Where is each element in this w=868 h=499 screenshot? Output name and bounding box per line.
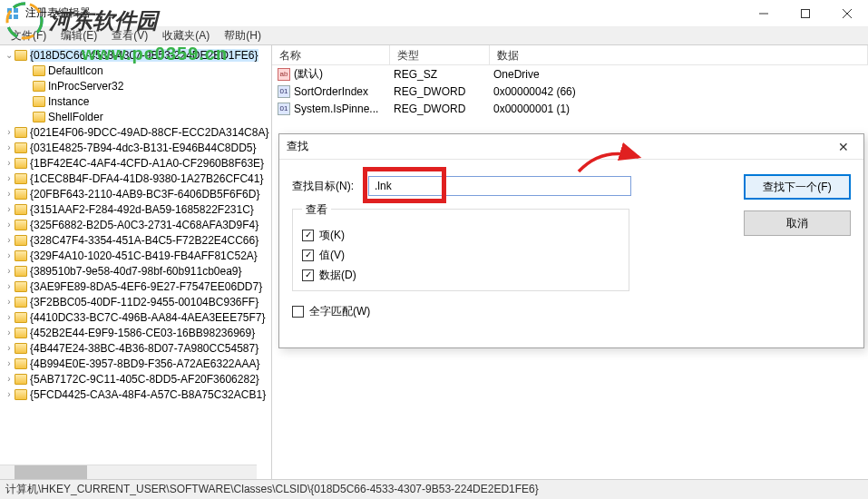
chevron-right-icon: ›: [4, 250, 15, 260]
column-type[interactable]: 类型: [390, 45, 490, 64]
find-close-button[interactable]: ✕: [831, 140, 856, 154]
value-type: REG_DWORD: [394, 103, 493, 115]
chevron-right-icon: ›: [4, 389, 15, 399]
tree-item[interactable]: ›{5FCD4425-CA3A-48F4-A57C-B8A75C32ACB1}: [0, 386, 271, 402]
menu-file[interactable]: 文件(F): [4, 28, 54, 44]
tree-item-label: {021E4F06-9DCC-49AD-88CF-ECC2DA314C8A}: [30, 126, 268, 139]
window-title: 注册表编辑器: [25, 5, 743, 21]
tree-item[interactable]: ›{329F4A10-1020-451C-B419-FB4AFF81C52A}: [0, 248, 271, 263]
chevron-right-icon: ›: [4, 220, 15, 230]
tree-item[interactable]: InProcServer32: [0, 78, 271, 93]
folder-icon: [15, 328, 27, 338]
maximize-button[interactable]: [785, 0, 826, 26]
tree-item[interactable]: ›{389510b7-9e58-40d7-98bf-60b911cb0ea9}: [0, 263, 271, 279]
tree-item[interactable]: ›{452B2E44-E9F9-1586-CE03-16BB98236969}: [0, 325, 271, 340]
table-row[interactable]: 01SortOrderIndexREG_DWORD0x00000042 (66): [272, 83, 868, 100]
folder-icon: [33, 65, 45, 76]
check-value[interactable]: [302, 250, 314, 261]
tree-item[interactable]: ›{4410DC33-BC7C-496B-AA84-4AEA3EEE75F7}: [0, 309, 271, 325]
menu-help[interactable]: 帮助(H): [217, 28, 268, 44]
minimize-button[interactable]: [743, 0, 785, 26]
tree-item[interactable]: ›{4B447E24-38BC-4B36-8D07-7A980CC54587}: [0, 340, 271, 356]
close-button[interactable]: [826, 0, 868, 26]
tree-item-label: {031E4825-7B94-4dc3-B131-E946B44C8DD5}: [30, 142, 257, 154]
find-next-button[interactable]: 查找下一个(F): [744, 174, 851, 200]
tree-item-label: DefaultIcon: [48, 64, 103, 77]
tree-item-label: {1BF42E4C-4AF4-4CFD-A1A0-CF2960B8F63E}: [30, 157, 264, 170]
tree-item[interactable]: DefaultIcon: [0, 63, 271, 78]
menubar: 文件(F) 编辑(E) 查看(V) 收藏夹(A) 帮助(H): [0, 27, 868, 45]
folder-icon: [15, 374, 27, 385]
tree-item[interactable]: ›{1CEC8B4F-DFA4-41D8-9380-1A27B26CFC41}: [0, 171, 271, 186]
check-key[interactable]: [302, 230, 314, 241]
binary-value-icon: 01: [278, 85, 290, 98]
column-name[interactable]: 名称: [272, 45, 390, 64]
tree-item[interactable]: ›{3F2BBC05-40DF-11D2-9455-00104BC936FF}: [0, 294, 271, 309]
column-data[interactable]: 数据: [490, 45, 868, 64]
tree-item[interactable]: ›{1BF42E4C-4AF4-4CFD-A1A0-CF2960B8F63E}: [0, 155, 271, 171]
folder-icon: [15, 389, 27, 400]
tree-item[interactable]: ›{3151AAF2-F284-492d-BA59-1685822F231C}: [0, 201, 271, 217]
chevron-right-icon: ›: [4, 281, 15, 291]
tree-item[interactable]: ›{20FBF643-2110-4AB9-BC3F-6406DB5F6F6D}: [0, 186, 271, 201]
horizontal-scrollbar[interactable]: [0, 465, 257, 479]
tree-item[interactable]: ›{021E4F06-9DCC-49AD-88CF-ECC2DA314C8A}: [0, 124, 271, 140]
tree-item-label: {4B994E0E-3957-8BD9-F356-A72AE6322AAA}: [30, 357, 260, 370]
menu-view[interactable]: 查看(V): [104, 28, 155, 44]
check-whole-match[interactable]: [292, 306, 304, 318]
tree-item-label: {018D5C66-4533-4307-9B53-224DE2ED1FE6}: [30, 49, 258, 62]
value-data: 0x00000042 (66): [493, 85, 581, 98]
menu-edit[interactable]: 编辑(E): [54, 28, 104, 44]
tree-item-label: {4410DC33-BC7C-496B-AA84-4AEA3EEE75F7}: [30, 311, 266, 324]
menu-favorites[interactable]: 收藏夹(A): [155, 28, 217, 44]
registry-tree[interactable]: ⌄{018D5C66-4533-4307-9B53-224DE2ED1FE6}D…: [0, 45, 272, 479]
chevron-right-icon: ›: [4, 358, 15, 368]
check-data[interactable]: [302, 269, 314, 281]
folder-icon: [15, 127, 27, 138]
folder-icon: [15, 220, 27, 230]
tree-item[interactable]: ›{4B994E0E-3957-8BD9-F356-A72AE6322AAA}: [0, 356, 271, 371]
tree-item[interactable]: ›{3AE9FE89-8DA5-4EF6-9E27-F7547EE06DD7}: [0, 279, 271, 294]
chevron-down-icon: ⌄: [4, 50, 15, 60]
folder-icon: [15, 189, 27, 200]
folder-icon: [15, 250, 27, 261]
table-row[interactable]: 01System.IsPinne...REG_DWORD0x00000001 (…: [272, 100, 868, 117]
value-data: 0x00000001 (1): [493, 103, 575, 115]
tree-item[interactable]: ›{031E4825-7B94-4dc3-B131-E946B44C8DD5}: [0, 140, 271, 155]
folder-icon: [15, 204, 27, 215]
tree-item[interactable]: ⌄{018D5C66-4533-4307-9B53-224DE2ED1FE6}: [0, 47, 271, 63]
chevron-right-icon: ›: [4, 374, 15, 384]
svg-rect-8: [802, 9, 810, 17]
tree-item-label: {5FCD4425-CA3A-48F4-A57C-B8A75C32ACB1}: [30, 388, 266, 401]
chevron-right-icon: ›: [4, 328, 15, 338]
app-icon: [5, 6, 20, 21]
chevron-right-icon: ›: [4, 266, 15, 276]
folder-icon: [15, 158, 27, 169]
chevron-right-icon: ›: [4, 204, 15, 214]
cancel-button[interactable]: 取消: [744, 210, 851, 236]
tree-item-label: {5AB7172C-9C11-405C-8DD5-AF20F3606282}: [30, 373, 259, 386]
folder-icon: [15, 297, 27, 308]
tree-item[interactable]: ›{328C47F4-3354-451A-B4C5-F72B22E4CC66}: [0, 232, 271, 248]
tree-item-label: {328C47F4-3354-451A-B4C5-F72B22E4CC66}: [30, 234, 258, 247]
tree-item[interactable]: Instance: [0, 93, 271, 109]
chevron-right-icon: ›: [4, 343, 15, 353]
find-target-input[interactable]: [368, 176, 631, 196]
table-row[interactable]: ab(默认)REG_SZOneDrive: [272, 65, 868, 83]
tree-item[interactable]: ShellFolder: [0, 109, 271, 124]
chevron-right-icon: ›: [4, 158, 15, 168]
value-type: REG_SZ: [394, 68, 493, 81]
chevron-right-icon: ›: [4, 312, 15, 322]
tree-item-label: {452B2E44-E9F9-1586-CE03-16BB98236969}: [30, 327, 255, 339]
value-name: SortOrderIndex: [294, 85, 394, 98]
chevron-right-icon: ›: [4, 235, 15, 245]
tree-item[interactable]: ›{5AB7172C-9C11-405C-8DD5-AF20F3606282}: [0, 371, 271, 386]
tree-item-label: {4B447E24-38BC-4B36-8D07-7A980CC54587}: [30, 342, 258, 355]
folder-icon: [33, 112, 45, 122]
value-data: OneDrive: [493, 68, 545, 81]
chevron-right-icon: ›: [4, 142, 15, 152]
folder-icon: [15, 142, 27, 153]
tree-item[interactable]: ›{325F6882-B2D5-A0C3-2731-4C68AFA3D9F4}: [0, 217, 271, 232]
folder-icon: [15, 358, 27, 369]
value-name: System.IsPinne...: [294, 103, 394, 115]
